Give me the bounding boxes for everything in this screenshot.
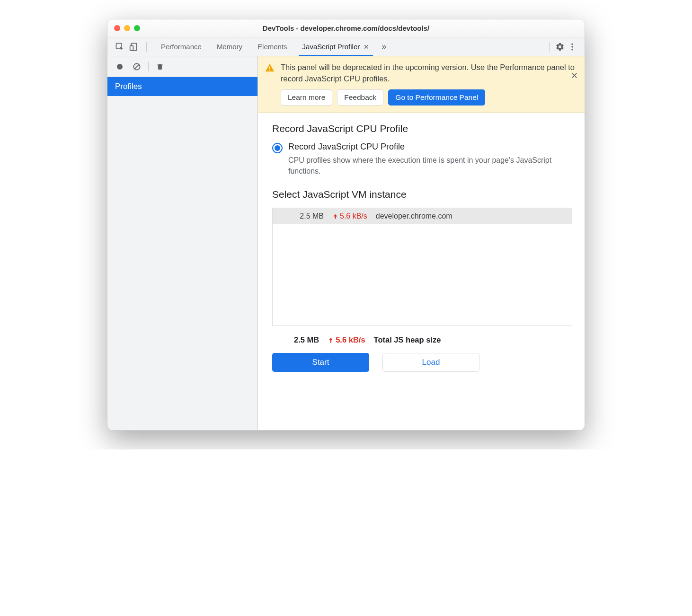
tab-label: Elements (257, 43, 287, 51)
divider (549, 42, 550, 52)
profile-type-radio[interactable]: Record JavaScript CPU Profile CPU profil… (272, 142, 572, 176)
more-tabs-icon[interactable]: » (377, 37, 391, 56)
window-title: DevTools - developer.chrome.com/docs/dev… (107, 24, 585, 32)
content: Profiles This panel will be deprecated i… (107, 56, 585, 430)
close-icon[interactable]: ✕ (364, 43, 369, 51)
totals-row: 2.5 MB 5.6 kB/s Total JS heap size (272, 334, 572, 353)
totals-label: Total JS heap size (374, 335, 441, 344)
minimize-window-button[interactable] (124, 25, 130, 31)
goto-performance-button[interactable]: Go to Performance Panel (388, 89, 485, 106)
radio-icon (272, 143, 283, 153)
svg-point-3 (571, 43, 573, 44)
button-label: Start (312, 358, 329, 367)
vm-size: 2.5 MB (276, 212, 324, 220)
svg-rect-9 (269, 66, 270, 69)
deprecation-banner: This panel will be deprecated in the upc… (258, 56, 585, 113)
button-label: Feedback (344, 93, 376, 102)
button-label: Go to Performance Panel (395, 93, 478, 102)
svg-rect-10 (269, 70, 270, 71)
record-section-title: Record JavaScript CPU Profile (272, 123, 572, 134)
close-window-button[interactable] (114, 25, 120, 31)
totals-size: 2.5 MB (294, 335, 319, 344)
svg-point-4 (571, 46, 573, 47)
tabstrip-left (111, 37, 153, 56)
gear-icon[interactable] (555, 42, 565, 52)
sidebar-toolbar (107, 56, 257, 77)
arrow-up-icon (332, 213, 338, 220)
radio-content: Record JavaScript CPU Profile CPU profil… (288, 142, 572, 176)
banner-actions: Learn more Feedback Go to Performance Pa… (281, 89, 578, 106)
svg-line-8 (135, 64, 139, 68)
vm-instance-list: 2.5 MB 5.6 kB/s developer.chrome.com (272, 208, 572, 326)
tab-label: JavaScript Profiler (302, 43, 360, 51)
feedback-button[interactable]: Feedback (337, 89, 383, 106)
divider (146, 42, 147, 52)
device-toolbar-icon[interactable] (129, 42, 139, 52)
svg-point-6 (117, 64, 123, 70)
tab-performance[interactable]: Performance (153, 37, 209, 56)
traffic-lights (114, 25, 140, 31)
delete-button[interactable] (152, 59, 168, 74)
action-row: Start Load (272, 353, 572, 372)
vm-url: developer.chrome.com (376, 212, 452, 220)
tab-label: Performance (161, 43, 202, 51)
titlebar: DevTools - developer.chrome.com/docs/dev… (107, 19, 585, 37)
svg-point-5 (571, 49, 573, 50)
tabstrip-right (542, 37, 581, 56)
tab-label: Memory (217, 43, 242, 51)
button-label: Learn more (288, 93, 325, 102)
sidebar-item-profiles[interactable]: Profiles (107, 77, 257, 96)
devtools-window: DevTools - developer.chrome.com/docs/dev… (107, 19, 585, 431)
banner-text: This panel will be deprecated in the upc… (281, 62, 578, 85)
inspect-element-icon[interactable] (115, 42, 124, 52)
totals-rate-value: 5.6 kB/s (336, 335, 365, 344)
maximize-window-button[interactable] (134, 25, 140, 31)
clear-button[interactable] (129, 59, 144, 74)
sidebar-item-label: Profiles (115, 82, 142, 91)
tabstrip: Performance Memory Elements JavaScript P… (107, 37, 585, 56)
radio-description: CPU profiles show where the execution ti… (288, 155, 572, 176)
tab-javascript-profiler[interactable]: JavaScript Profiler ✕ (295, 37, 377, 56)
tab-elements[interactable]: Elements (250, 37, 295, 56)
banner-body: This panel will be deprecated in the upc… (281, 62, 578, 106)
main-panel: This panel will be deprecated in the upc… (258, 56, 585, 430)
learn-more-button[interactable]: Learn more (281, 89, 332, 106)
radio-label: Record JavaScript CPU Profile (288, 142, 572, 152)
arrow-up-icon (328, 337, 334, 343)
record-button[interactable] (112, 59, 127, 74)
divider (148, 62, 149, 71)
tabs: Performance Memory Elements JavaScript P… (153, 37, 377, 56)
warning-icon (265, 63, 275, 73)
panel-body: Record JavaScript CPU Profile Record Jav… (258, 113, 585, 430)
vm-instance-row[interactable]: 2.5 MB 5.6 kB/s developer.chrome.com (273, 208, 572, 224)
totals-rate: 5.6 kB/s (328, 335, 365, 344)
sidebar: Profiles (107, 56, 258, 430)
load-button[interactable]: Load (382, 353, 479, 372)
kebab-menu-icon[interactable] (568, 42, 577, 52)
close-icon[interactable]: ✕ (571, 70, 578, 81)
tab-memory[interactable]: Memory (209, 37, 250, 56)
start-button[interactable]: Start (272, 353, 369, 372)
vm-rate-value: 5.6 kB/s (340, 212, 367, 220)
svg-rect-2 (130, 45, 133, 50)
vm-section-title: Select JavaScript VM instance (272, 189, 572, 200)
vm-rate: 5.6 kB/s (332, 212, 367, 220)
button-label: Load (422, 358, 440, 367)
